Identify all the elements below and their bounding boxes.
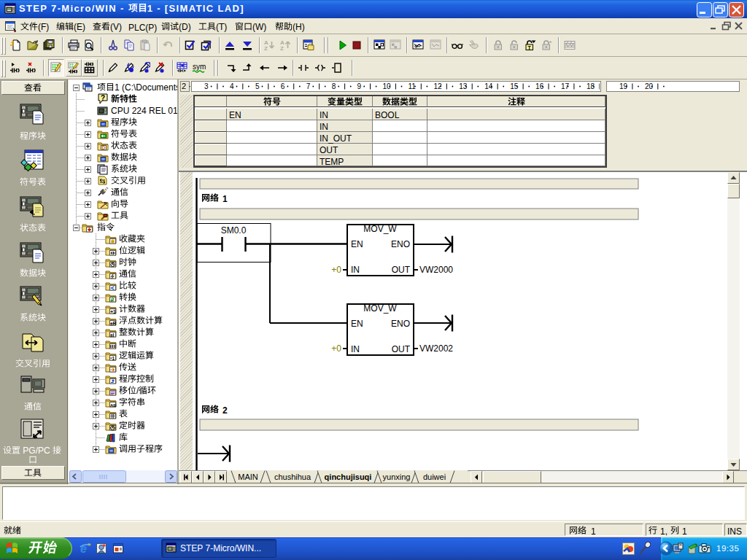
svg-text:yunxing: yunxing bbox=[383, 472, 411, 481]
svg-text:+1: +1 bbox=[110, 309, 116, 314]
svg-text:ENO: ENO bbox=[391, 319, 410, 329]
svg-text:VW2002: VW2002 bbox=[419, 343, 453, 354]
svg-text:IN: IN bbox=[351, 265, 360, 275]
svg-text:8: 8 bbox=[332, 82, 336, 90]
svg-text:+0: +0 bbox=[331, 265, 341, 275]
svg-text:MAIN: MAIN bbox=[238, 472, 258, 481]
svg-text:9: 9 bbox=[357, 82, 362, 90]
svg-text:+0: +0 bbox=[331, 343, 341, 354]
svg-text:sym: sym bbox=[193, 63, 206, 71]
svg-text:ENO: ENO bbox=[391, 239, 410, 249]
svg-text:6: 6 bbox=[281, 82, 285, 90]
svg-text:7: 7 bbox=[306, 82, 311, 90]
svg-text:duiwei: duiwei bbox=[423, 472, 446, 481]
svg-text:5: 5 bbox=[255, 82, 260, 90]
svg-text:SM0.0: SM0.0 bbox=[221, 225, 247, 236]
svg-text:OUT: OUT bbox=[392, 344, 411, 354]
svg-text:3: 3 bbox=[204, 82, 209, 90]
svg-text:VW2000: VW2000 bbox=[419, 265, 453, 275]
svg-text:MOV_W: MOV_W bbox=[363, 303, 397, 314]
svg-text:?: ? bbox=[101, 94, 105, 102]
svg-text:4: 4 bbox=[230, 82, 234, 90]
svg-text:D: D bbox=[102, 145, 106, 150]
svg-text:Z: Z bbox=[280, 45, 284, 51]
svg-text:º1: º1 bbox=[110, 356, 115, 361]
svg-text:T: T bbox=[528, 45, 532, 50]
svg-text:IN: IN bbox=[351, 344, 360, 354]
svg-text:Z: Z bbox=[264, 45, 268, 51]
svg-text:chushihua: chushihua bbox=[274, 472, 311, 481]
svg-text:EN: EN bbox=[351, 319, 363, 329]
svg-text:OUT: OUT bbox=[392, 265, 411, 275]
svg-text:±R: ±R bbox=[110, 321, 117, 326]
svg-text:EN: EN bbox=[351, 239, 363, 249]
svg-text:AB: AB bbox=[110, 403, 117, 408]
svg-text:MOV_W: MOV_W bbox=[363, 224, 397, 234]
svg-text:±I: ±I bbox=[110, 332, 115, 338]
svg-text:qinchujisuqi: qinchujisuqi bbox=[325, 472, 372, 481]
